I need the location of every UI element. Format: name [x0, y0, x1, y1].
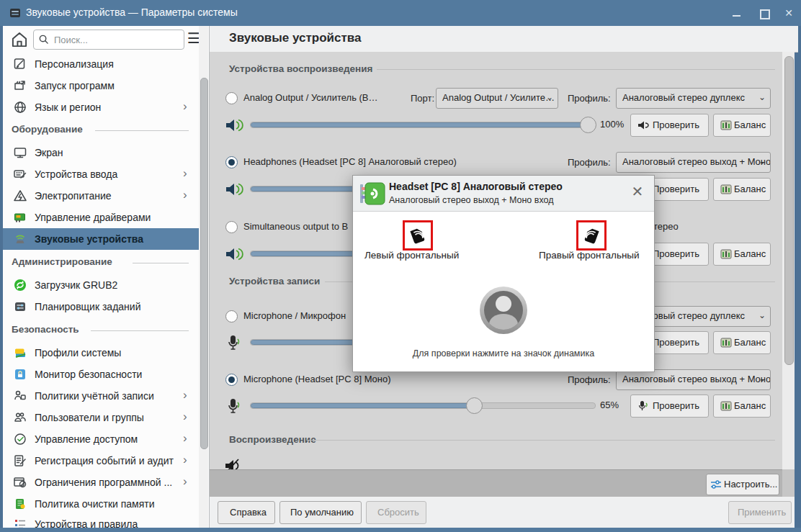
radio-headphones[interactable]: [225, 156, 238, 168]
titlebar: Звуковые устройства — Параметры системы …: [0, 0, 801, 26]
test-button[interactable]: Проверить: [630, 395, 709, 418]
mixer-icon: [720, 248, 732, 260]
sidebar-item-audit[interactable]: Регистрация событий и аудит ›: [3, 450, 199, 472]
radio-microphone-headset[interactable]: [225, 374, 238, 386]
search-icon: [38, 34, 49, 45]
chevron-right-icon: ›: [183, 453, 187, 467]
dialog-title: Headset [PC 8] Аналоговый стерео: [389, 181, 563, 192]
balance-button[interactable]: Баланс: [713, 114, 771, 137]
mic-slider[interactable]: [250, 402, 596, 409]
profile-select[interactable]: Аналоговый стерео дуплекс⌄: [616, 88, 771, 109]
brush-icon: [13, 57, 27, 71]
sidebar-item-personalization[interactable]: Персонализация: [3, 53, 199, 75]
balance-button[interactable]: Баланс: [713, 243, 771, 266]
speaker-test-icon: [637, 120, 649, 131]
sidebar-item-memory-policy[interactable]: Политика очистки памяти: [3, 493, 199, 515]
avatar-icon: [480, 287, 527, 334]
chevron-right-icon: ›: [183, 188, 187, 202]
sidebar-item-grub[interactable]: Загрузчик GRUB2: [3, 274, 199, 296]
main-scrollbar-thumb[interactable]: [784, 56, 794, 365]
left-speaker-label: Левый фронтальный: [364, 250, 459, 261]
main-scrollbar[interactable]: [782, 52, 795, 469]
chevron-down-icon: ⌄: [546, 92, 553, 102]
audit-log-icon: [13, 454, 27, 468]
left-speaker-test-button[interactable]: [403, 220, 433, 251]
sidebar-item-display[interactable]: Экран: [3, 142, 199, 163]
speaker-test-dialog: Headset [PC 8] Аналоговый стерео Аналого…: [352, 175, 655, 372]
profiles-icon: [13, 346, 27, 360]
sidebar-item-sound-devices[interactable]: Звуковые устройства: [3, 228, 199, 250]
apply-button[interactable]: Применить: [728, 501, 792, 524]
record-section-title: Устройства записи: [229, 276, 320, 287]
profile-select[interactable]: Аналоговый стерео выход + Моно вход⌄: [616, 369, 771, 390]
sidebar-item-scheduler[interactable]: Планировщик заданий: [3, 296, 199, 317]
configure-button[interactable]: Настроить...: [706, 474, 779, 495]
balance-button[interactable]: Баланс: [713, 395, 771, 418]
sidebar-item-devices-rules[interactable]: Устройства и правила: [3, 513, 199, 528]
mixer-icon: [720, 337, 732, 348]
dialog-footer: Справка По умолчанию Сбросить Применить: [210, 497, 795, 528]
device-name: Headphones (Headset [PC 8] Аналоговый ст…: [243, 156, 457, 167]
sidebar-item-system-profiles[interactable]: Профили системы: [3, 342, 199, 364]
port-select[interactable]: Analog Output / Усилите…⌄: [436, 88, 558, 109]
help-button[interactable]: Справка: [218, 501, 275, 524]
right-speaker-label: Правый фронтальный: [539, 250, 640, 261]
minimize-button[interactable]: [730, 7, 743, 19]
window-border: [0, 528, 801, 532]
port-label: Порт:: [411, 93, 434, 104]
speaker-left-icon: [407, 225, 429, 246]
search-box[interactable]: [33, 30, 184, 50]
radio-microphone-builtin[interactable]: [225, 310, 238, 323]
restriction-icon: [13, 475, 27, 490]
volume-icon: [225, 245, 243, 263]
chevron-down-icon: ⌄: [759, 310, 766, 320]
microphone-icon: [227, 397, 241, 415]
sidebar-item-users-groups[interactable]: Пользователи и группы ›: [3, 407, 199, 428]
sidebar-item-account-policies[interactable]: Политики учётной записи ›: [3, 385, 199, 407]
driver-card-icon: [13, 210, 27, 225]
account-icon: [13, 389, 27, 403]
test-button[interactable]: Проверить: [630, 114, 709, 137]
radio-analog-output[interactable]: [225, 92, 238, 104]
sidebar-item-access-control[interactable]: Управление доступом ›: [3, 428, 199, 450]
search-input[interactable]: [53, 32, 182, 48]
lock-icon: [13, 367, 27, 382]
sidebar-item-language[interactable]: Язык и регион ›: [3, 96, 199, 118]
memory-clean-icon: [13, 497, 27, 511]
rules-list-icon: [13, 517, 27, 528]
sidebar-section-admin: Администрирование: [3, 253, 199, 271]
dialog-close-icon[interactable]: ✕: [630, 184, 645, 199]
sidebar-section-security: Безопасность: [3, 321, 199, 338]
home-button[interactable]: [10, 30, 30, 49]
volume-slider-handle[interactable]: [580, 117, 596, 133]
mixer-icon: [720, 400, 732, 412]
stream-toolbar: Настроить...: [210, 469, 782, 497]
volume-slider[interactable]: [250, 122, 596, 128]
sidebar-item-software-restrictions[interactable]: Ограничения программной ... ›: [3, 472, 199, 493]
balance-button[interactable]: Баланс: [713, 331, 771, 354]
radio-simultaneous[interactable]: [225, 221, 238, 233]
sidebar-item-power[interactable]: Электропитание ›: [3, 185, 199, 207]
balance-button[interactable]: Баланс: [713, 178, 771, 201]
page-title: Звуковые устройства: [229, 31, 361, 45]
power-warning-icon: [13, 189, 27, 203]
dialog-subtitle: Аналоговый стерео выход + Моно вход: [389, 195, 554, 205]
sidebar-scrollbar-thumb[interactable]: [200, 78, 208, 449]
mic-slider-handle[interactable]: [466, 397, 483, 414]
sidebar-section-hardware: Оборудование: [3, 121, 199, 138]
defaults-button[interactable]: По умолчанию: [279, 501, 362, 524]
sidebar-item-app-launch[interactable]: Запуск программ: [3, 75, 199, 96]
volume-value: 100%: [600, 119, 624, 130]
close-button[interactable]: ✕: [782, 7, 795, 19]
chevron-right-icon: ›: [183, 99, 187, 114]
sidebar-item-security-monitor[interactable]: Монитор безопасности: [3, 364, 199, 385]
check-shield-icon: [13, 432, 27, 446]
maximize-button[interactable]: [758, 7, 771, 19]
profile-select[interactable]: Аналоговый стерео выход + Моно вход⌄: [616, 152, 771, 173]
volume-icon: [225, 117, 243, 134]
sidebar-item-drivers[interactable]: Управление драйверами: [3, 207, 199, 228]
right-speaker-test-button[interactable]: [576, 220, 607, 251]
sidebar-item-input-devices[interactable]: Устройства ввода ›: [3, 163, 199, 185]
reset-button[interactable]: Сбросить: [366, 501, 426, 524]
sidebar-scrollbar[interactable]: [199, 26, 208, 528]
